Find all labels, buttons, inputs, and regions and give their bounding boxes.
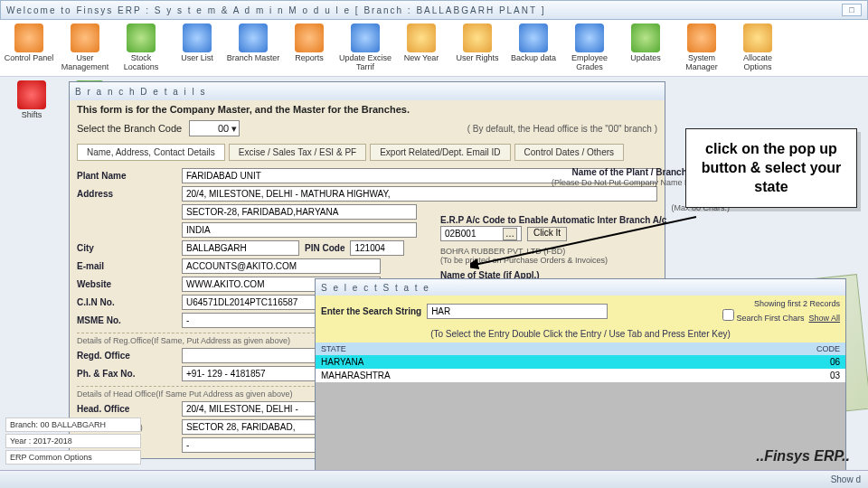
toolbar-updates[interactable]: Updates (618, 23, 673, 72)
erp-lookup-button[interactable]: … (503, 228, 517, 240)
titlebar: Welcome to Finsys ERP : S y s t e m & A … (0, 0, 868, 20)
select-state-hint: (To Select the Entry Double Click the En… (316, 327, 845, 343)
search-first-chars-checkbox[interactable] (722, 309, 734, 321)
pin-label: PIN Code (305, 243, 344, 253)
reg-office-label: Regd. Office (77, 351, 176, 361)
finsys-logo: ..Finsys ERP.. (756, 448, 850, 465)
toolbar-update-excise-tarrif[interactable]: Update Excise Tarrif (338, 23, 392, 72)
toolbar-icon (631, 23, 660, 52)
footer-year: Year : 2017-2018 (5, 434, 141, 448)
branch-select-row: Select the Branch Code 00 ▾ ( By default… (70, 118, 665, 142)
branch-code-select[interactable]: 00 ▾ (189, 120, 240, 136)
toolbar-new-year[interactable]: New Year (394, 23, 448, 72)
branch-heading: This form is for the Company Master, and… (70, 100, 665, 118)
table-row[interactable]: HARYANA 06 (316, 355, 845, 369)
toolbar-user-management[interactable]: User Management (58, 23, 112, 72)
address-line2-input[interactable]: SECTOR-28, FARIDABAD,HARYANA (182, 204, 417, 220)
status-text: Show d (831, 474, 861, 484)
instruction-callout: click on the pop up button & select your… (685, 128, 857, 208)
tab-0[interactable]: Name, Address, Contact Details (77, 144, 225, 161)
toolbar-icon (295, 23, 324, 52)
left-footer: Branch: 00 BALLABGARH Year : 2017-2018 E… (5, 416, 141, 465)
erp-code-input[interactable]: 02B001 … (440, 226, 522, 241)
tab-2[interactable]: Export Related/Dept. Email ID (370, 144, 510, 161)
toolbar-icon (575, 23, 604, 52)
branch-tabs: Name, Address, Contact DetailsExcise / S… (70, 142, 665, 163)
cin-label: C.I.N No. (77, 297, 176, 307)
toolbar-icon (519, 23, 548, 52)
toolbar-icon (463, 23, 492, 52)
tab-1[interactable]: Excise / Sales Tax / ESI & PF (229, 144, 366, 161)
toolbar-icon (14, 23, 43, 52)
footer-options[interactable]: ERP Common Options (5, 450, 141, 465)
company-name-text: BOHRA RUBBER PVT. LTD (FBD) (440, 247, 730, 256)
toolbar-icon (407, 23, 436, 52)
branch-select-label: Select the Branch Code (77, 123, 182, 134)
toolbar-user-list[interactable]: User List (170, 23, 224, 72)
email-input[interactable]: ACCOUNTS@AKITO.COM (182, 258, 381, 274)
company-name-hint: (To be printed on Purchase Orders & Invo… (440, 256, 730, 265)
toolbar-system-manager[interactable]: System Manager (675, 23, 729, 72)
show-all-link[interactable]: Show All (808, 314, 840, 323)
search-string-label: Enter the Search String (321, 306, 421, 316)
toolbar-icon (743, 23, 772, 52)
maximize-icon[interactable]: □ (842, 4, 862, 16)
table-row[interactable]: MAHARASHTRA 03 (316, 369, 845, 382)
tab-3[interactable]: Control Dates / Others (514, 144, 624, 161)
toolbar-icon (351, 23, 380, 52)
head-office-label: Head. Office (77, 404, 176, 414)
state-table-header: STATE CODE (316, 343, 845, 355)
branch-select-hint: ( By default, the Head office is the "00… (467, 124, 657, 134)
toolbar-icon (239, 23, 268, 52)
col-state: STATE (316, 343, 773, 355)
footer-branch: Branch: 00 BALLABGARH (5, 418, 141, 432)
toolbar-reports[interactable]: Reports (282, 23, 336, 72)
toolbar-branch-master[interactable]: Branch Master (226, 23, 280, 72)
select-state-title[interactable]: S e l e c t S t a t e (316, 279, 845, 296)
toolbar-icon (127, 23, 156, 52)
showing-records-text: Showing first 2 Records (722, 299, 840, 309)
erp-code-label: E.R.P A/c Code to Enable Automatic Inter… (440, 215, 730, 225)
toolbar-control-panel[interactable]: Control Panel (2, 23, 56, 72)
msme-label: MSME No. (77, 315, 176, 325)
branch-window-title[interactable]: B r a n c h D e t a i l s (70, 82, 665, 100)
email-label: E-mail (77, 261, 176, 271)
toolbar-shifts[interactable]: Shifts (5, 80, 58, 120)
toolbar-backup-data[interactable]: Backup data (506, 23, 561, 72)
pin-input[interactable]: 121004 (350, 240, 404, 256)
search-string-input[interactable]: HAR (427, 304, 608, 319)
toolbar-icon (17, 80, 46, 109)
plant-name-label: Plant Name (77, 171, 176, 181)
main-toolbar: Control PanelUser ManagementStock Locati… (0, 20, 868, 77)
ph-fax-label: Ph. & Fax No. (77, 369, 176, 379)
statusbar: Show d (0, 470, 868, 488)
toolbar-employee-grades[interactable]: Employee Grades (562, 23, 617, 72)
city-input[interactable]: BALLABGARH (182, 240, 299, 256)
window-title: Welcome to Finsys ERP : S y s t e m & A … (6, 5, 839, 15)
city-label: City (77, 243, 176, 253)
website-label: Website (77, 279, 176, 289)
toolbar-allocate-options[interactable]: Allocate Options (731, 23, 785, 72)
click-it-button[interactable]: Click It (527, 227, 567, 241)
toolbar-stock-locations[interactable]: Stock Locations (114, 23, 168, 72)
toolbar-icon (687, 23, 716, 52)
address-label: Address (77, 189, 176, 199)
toolbar-icon (183, 23, 212, 52)
col-code: CODE (773, 343, 845, 355)
toolbar-icon (71, 23, 99, 52)
address-line3-input[interactable]: INDIA (182, 222, 417, 238)
state-table: STATE CODE HARYANA 06 MAHARASHTRA 03 (316, 343, 845, 382)
toolbar-user-rights[interactable]: User Rights (450, 23, 505, 72)
